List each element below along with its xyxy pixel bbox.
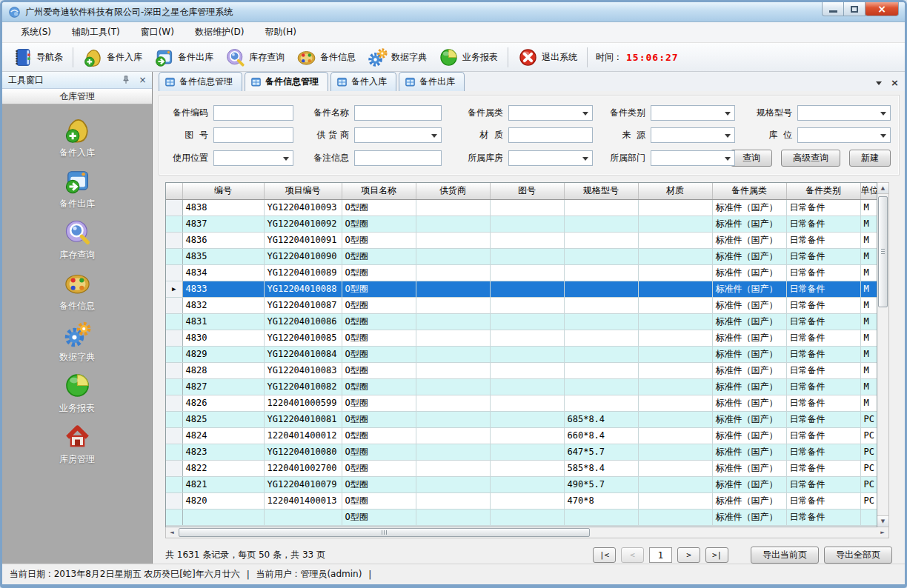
cell-part-class[interactable]: 标准件（国产） xyxy=(712,232,786,248)
cell-material[interactable] xyxy=(638,444,712,460)
row-selector[interactable] xyxy=(166,346,182,362)
cell-project-code[interactable]: YG12204010080 xyxy=(264,444,342,460)
cell-part-category[interactable]: 日常备件 xyxy=(786,444,860,460)
row-selector[interactable] xyxy=(166,395,182,411)
cell-supplier[interactable] xyxy=(416,313,490,330)
table-row[interactable]: 4837YG12204010092O型圈标准件（国产）日常备件M xyxy=(166,216,877,232)
cell-supplier[interactable] xyxy=(416,248,490,264)
filter-remark-input[interactable] xyxy=(354,150,442,166)
cell-supplier[interactable] xyxy=(416,264,490,281)
cell-spec[interactable] xyxy=(564,232,638,248)
cell-project-code[interactable]: 1220401000599 xyxy=(264,395,342,411)
filter-supplier-select[interactable] xyxy=(354,127,442,143)
row-selector[interactable] xyxy=(166,248,182,264)
sidebar-item-biz-report[interactable]: 业务报表 xyxy=(2,372,152,423)
cell-id[interactable]: 4821 xyxy=(182,476,264,492)
col-part-class[interactable]: 备件属类 xyxy=(712,183,786,199)
col-material[interactable]: 材质 xyxy=(638,183,712,199)
cell-spec[interactable] xyxy=(564,346,638,362)
cell-project-name[interactable]: O型圈 xyxy=(342,427,416,444)
toolbar-data-dict-button[interactable]: 数据字典 xyxy=(362,45,433,70)
filter-part-name-input[interactable] xyxy=(354,105,442,121)
cell-supplier[interactable] xyxy=(416,346,490,362)
cell-id[interactable]: 4835 xyxy=(182,248,264,264)
cell-project-name[interactable]: O型圈 xyxy=(342,297,416,313)
row-selector[interactable] xyxy=(166,297,182,313)
row-selector[interactable] xyxy=(166,199,182,216)
cell-id[interactable]: 4823 xyxy=(182,444,264,460)
cell-material[interactable] xyxy=(638,346,712,362)
cell-figure-no[interactable] xyxy=(490,199,564,216)
table-row[interactable]: 4835YG12204010090O型圈标准件（国产）日常备件M xyxy=(166,248,877,264)
row-selector[interactable] xyxy=(166,378,182,395)
cell-part-class[interactable]: 标准件（国产） xyxy=(712,378,786,395)
cell-unit[interactable]: M xyxy=(860,281,877,297)
cell-project-name[interactable]: O型圈 xyxy=(342,509,416,525)
sidebar-item-spare-out[interactable]: 备件出库 xyxy=(2,167,152,218)
cell-material[interactable] xyxy=(638,427,712,444)
cell-unit[interactable]: PC xyxy=(860,411,877,427)
col-project-code[interactable]: 项目编号 xyxy=(264,183,342,199)
cell-figure-no[interactable] xyxy=(490,362,564,378)
cell-figure-no[interactable] xyxy=(490,216,564,232)
hscroll-thumb[interactable] xyxy=(179,528,590,537)
row-selector[interactable] xyxy=(166,216,182,232)
scroll-up-icon[interactable]: ▲ xyxy=(877,183,888,194)
col-id[interactable]: 编号 xyxy=(182,183,264,199)
filter-department-select[interactable] xyxy=(651,150,735,166)
cell-project-name[interactable]: O型圈 xyxy=(342,395,416,411)
cell-spec[interactable] xyxy=(564,362,638,378)
row-selector[interactable] xyxy=(166,264,182,281)
cell-id[interactable]: 4836 xyxy=(182,232,264,248)
cell-supplier[interactable] xyxy=(416,297,490,313)
cell-spec[interactable] xyxy=(564,216,638,232)
cell-unit[interactable]: PC xyxy=(860,492,877,509)
sidebar-item-data-dict[interactable]: 数据字典 xyxy=(2,321,152,372)
cell-spec[interactable]: 470*8 xyxy=(564,492,638,509)
cell-material[interactable] xyxy=(638,460,712,476)
cell-part-category[interactable]: 日常备件 xyxy=(786,362,860,378)
cell-unit[interactable]: M xyxy=(860,216,877,232)
row-selector[interactable] xyxy=(166,362,182,378)
filter-figure-no-input[interactable] xyxy=(213,127,293,143)
cell-part-category[interactable]: 日常备件 xyxy=(786,297,860,313)
filter-source-select[interactable] xyxy=(651,127,735,143)
vscroll-track[interactable] xyxy=(877,194,888,515)
filter-warehouse-select[interactable] xyxy=(508,150,593,166)
cell-id[interactable]: 4837 xyxy=(182,216,264,232)
cell-supplier[interactable] xyxy=(416,509,490,525)
table-row[interactable]: 4834YG12204010089O型圈标准件（国产）日常备件M xyxy=(166,264,877,281)
row-selector[interactable] xyxy=(166,330,182,346)
table-row[interactable]: 4832YG12204010087O型圈标准件（国产）日常备件M xyxy=(166,297,877,313)
scroll-right-icon[interactable]: ► xyxy=(877,527,888,538)
cell-figure-no[interactable] xyxy=(490,460,564,476)
table-row[interactable]: 48201220401400013O型圈470*8标准件（国产）日常备件PC xyxy=(166,492,877,509)
cell-unit[interactable]: PC xyxy=(860,460,877,476)
cell-part-class[interactable]: 标准件（国产） xyxy=(712,216,786,232)
cell-part-category[interactable]: 日常备件 xyxy=(786,378,860,395)
menu-item-1[interactable]: 系统(S) xyxy=(13,22,59,42)
cell-figure-no[interactable] xyxy=(490,411,564,427)
new-button[interactable]: 新建 xyxy=(849,150,891,167)
cell-material[interactable] xyxy=(638,476,712,492)
filter-use-position-select[interactable] xyxy=(213,150,293,166)
panel-close-icon[interactable]: × xyxy=(136,74,149,87)
cell-project-name[interactable]: O型圈 xyxy=(342,492,416,509)
cell-supplier[interactable] xyxy=(416,232,490,248)
cell-id[interactable]: 4830 xyxy=(182,330,264,346)
cell-spec[interactable]: 660*8.4 xyxy=(564,427,638,444)
cell-part-category[interactable]: 日常备件 xyxy=(786,264,860,281)
cell-material[interactable] xyxy=(638,248,712,264)
tab-close-icon[interactable]: × xyxy=(891,79,899,87)
cell-spec[interactable] xyxy=(564,281,638,297)
export-current-page-button[interactable]: 导出当前页 xyxy=(751,547,819,564)
row-selector[interactable] xyxy=(166,427,182,444)
row-selector[interactable] xyxy=(166,313,182,330)
cell-spec[interactable]: 647*5.7 xyxy=(564,444,638,460)
cell-spec[interactable] xyxy=(564,264,638,281)
table-row[interactable]: 4828YG12204010083O型圈标准件（国产）日常备件M xyxy=(166,362,877,378)
cell-unit[interactable]: PC xyxy=(860,476,877,492)
pin-icon[interactable] xyxy=(119,74,132,87)
cell-unit[interactable]: M xyxy=(860,297,877,313)
row-selector[interactable] xyxy=(166,411,182,427)
